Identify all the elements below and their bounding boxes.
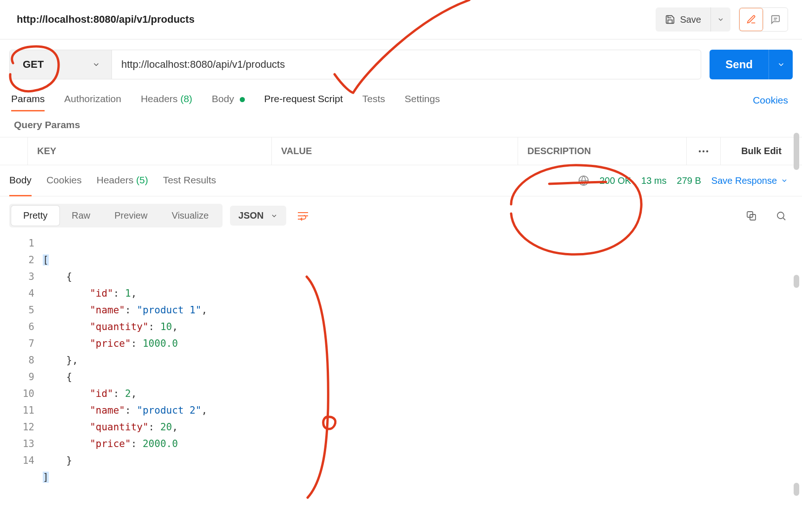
code-content: [ { "id": 1, "name": "product 1", "quant… xyxy=(43,235,207,502)
status-code[interactable]: 200 OK xyxy=(599,175,631,186)
line-gutter: 1234567891011121314 xyxy=(9,235,43,502)
view-visualize[interactable]: Visualize xyxy=(159,206,221,226)
svg-point-2 xyxy=(699,150,701,152)
query-params-title: Query Params xyxy=(0,111,802,137)
tab-headers-label: Headers xyxy=(141,93,177,104)
tab-body-label: Body xyxy=(212,93,234,104)
response-tab-body[interactable]: Body xyxy=(9,170,32,191)
svg-point-4 xyxy=(706,150,708,152)
query-params-more-icon[interactable] xyxy=(686,137,721,165)
query-params-description-header: DESCRIPTION xyxy=(518,137,686,165)
save-response-label: Save Response xyxy=(711,175,777,186)
copy-icon[interactable] xyxy=(744,209,758,223)
query-params-key-header: KEY xyxy=(28,137,272,165)
save-button[interactable]: Save xyxy=(656,7,711,32)
body-modified-dot-icon xyxy=(240,97,245,102)
tab-headers[interactable]: Headers (8) xyxy=(141,90,192,111)
search-icon[interactable] xyxy=(774,209,788,223)
svg-point-11 xyxy=(777,212,784,219)
scrollbar-hint-icon xyxy=(794,275,799,288)
save-response-link[interactable]: Save Response xyxy=(711,175,788,186)
status-time[interactable]: 13 ms xyxy=(641,175,666,186)
request-title: http://localhost:8080/api/v1/products xyxy=(17,13,195,26)
response-tab-headers-label: Headers xyxy=(97,175,133,185)
comments-icon[interactable] xyxy=(763,8,788,31)
tab-authorization[interactable]: Authorization xyxy=(64,90,121,111)
scrollbar-hint-icon xyxy=(794,133,799,170)
chevron-down-icon xyxy=(92,60,100,69)
send-options-chevron[interactable] xyxy=(769,50,793,79)
send-button[interactable]: Send xyxy=(710,50,769,79)
tab-settings[interactable]: Settings xyxy=(405,90,440,111)
status-size[interactable]: 279 B xyxy=(677,175,701,186)
response-tab-test-results[interactable]: Test Results xyxy=(163,170,216,191)
tab-params[interactable]: Params xyxy=(11,90,45,111)
send-label: Send xyxy=(725,58,753,71)
save-icon xyxy=(665,14,675,25)
format-value: JSON xyxy=(238,210,263,221)
svg-line-12 xyxy=(783,218,786,220)
save-button-group: Save xyxy=(656,7,730,32)
query-params-value-header: VALUE xyxy=(272,137,518,165)
network-icon[interactable] xyxy=(578,175,589,186)
url-input[interactable]: http://localhost:8080/api/v1/products xyxy=(112,50,701,79)
query-params-select-all[interactable] xyxy=(0,137,28,165)
svg-point-3 xyxy=(703,150,704,152)
http-method-value: GET xyxy=(23,58,44,71)
edit-icon[interactable] xyxy=(739,8,763,31)
body-view-segment: Pretty Raw Preview Visualize xyxy=(9,204,223,227)
view-pretty[interactable]: Pretty xyxy=(11,206,59,226)
view-raw[interactable]: Raw xyxy=(59,206,102,226)
tab-prerequest[interactable]: Pre-request Script xyxy=(264,90,343,111)
wrap-lines-icon[interactable] xyxy=(294,207,312,225)
cookies-link[interactable]: Cookies xyxy=(753,95,788,106)
response-body-code[interactable]: 1234567891011121314 [ { "id": 1, "name":… xyxy=(0,235,802,502)
save-label: Save xyxy=(680,14,701,25)
bulk-edit-button[interactable]: Bulk Edit xyxy=(721,137,802,165)
http-method-select[interactable]: GET xyxy=(10,50,112,79)
query-params-header-row: KEY VALUE DESCRIPTION Bulk Edit xyxy=(0,137,802,165)
response-tab-headers-count: (5) xyxy=(136,175,148,185)
scrollbar-hint-icon xyxy=(794,483,799,496)
tab-tests[interactable]: Tests xyxy=(362,90,385,111)
format-select[interactable]: JSON xyxy=(230,206,286,226)
tab-body[interactable]: Body xyxy=(212,90,245,111)
save-options-chevron[interactable] xyxy=(711,16,730,23)
tab-headers-count: (8) xyxy=(180,93,192,104)
response-tab-cookies[interactable]: Cookies xyxy=(46,170,82,191)
view-preview[interactable]: Preview xyxy=(102,206,159,226)
response-tab-headers[interactable]: Headers (5) xyxy=(97,170,148,191)
url-value: http://localhost:8080/api/v1/products xyxy=(121,58,285,71)
